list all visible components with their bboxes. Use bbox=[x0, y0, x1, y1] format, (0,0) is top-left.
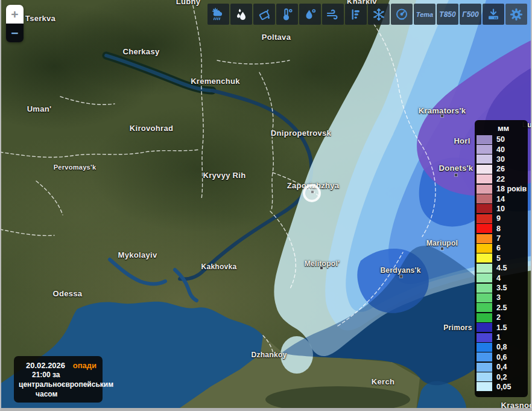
wind-speed-button[interactable] bbox=[345, 4, 367, 25]
gear-icon bbox=[509, 7, 524, 22]
legend-row: 2.5 bbox=[477, 303, 528, 313]
legend-value: 40 bbox=[496, 145, 505, 154]
legend-swatch bbox=[477, 313, 492, 322]
legend-swatch bbox=[477, 145, 492, 154]
legend-value: 8 bbox=[496, 225, 501, 233]
legend-swatch bbox=[477, 333, 492, 342]
legend-value: 22 bbox=[496, 175, 505, 183]
city-marker bbox=[400, 275, 402, 278]
legend-row: 10 bbox=[477, 204, 528, 214]
wind-barb-icon bbox=[349, 7, 363, 22]
theta-layer-button[interactable]: Тета bbox=[414, 4, 435, 25]
g500-layer-button[interactable]: Г500 bbox=[460, 4, 481, 25]
wind-icon bbox=[326, 7, 340, 22]
legend-value: 7 bbox=[496, 234, 501, 243]
legend-value: 5 bbox=[496, 254, 501, 263]
city-marker bbox=[320, 267, 323, 269]
legend-row: 3 bbox=[477, 293, 528, 302]
city-marker bbox=[455, 174, 457, 176]
wind-button[interactable] bbox=[322, 4, 344, 25]
legend-swatch bbox=[477, 135, 492, 144]
legend-row: 8 bbox=[477, 224, 528, 234]
download-button[interactable] bbox=[483, 4, 504, 25]
city-marker bbox=[441, 115, 443, 117]
layer-toolbar: Тета T850 Г500 bbox=[207, 4, 527, 25]
legend-swatch bbox=[477, 165, 492, 174]
snow-button[interactable] bbox=[368, 4, 390, 25]
legend-value: 6 bbox=[496, 244, 501, 252]
legend-swatch bbox=[477, 343, 492, 352]
legend-row: 6 bbox=[477, 243, 528, 253]
legend-value: 0,6 bbox=[496, 353, 507, 362]
precipitation-button[interactable] bbox=[230, 4, 252, 25]
legend-value: 4 bbox=[496, 274, 501, 282]
legend-row: 0,05 bbox=[477, 382, 528, 392]
timezone-line1: центральноєвропейським bbox=[19, 380, 99, 389]
legend-swatch bbox=[477, 214, 492, 223]
legend-row: 2 bbox=[477, 313, 528, 322]
precipitation-legend: мм 504030262218 років1410987654.543.532.… bbox=[475, 120, 528, 397]
legend-row: 0,6 bbox=[477, 352, 528, 362]
legend-row: 30 bbox=[477, 155, 528, 164]
rain-gauge-pour-icon bbox=[257, 7, 271, 22]
legend-value: 2 bbox=[496, 313, 501, 322]
timezone-line2: часом bbox=[36, 390, 99, 398]
legend-swatch bbox=[477, 244, 492, 253]
precipitation-amount-button[interactable] bbox=[253, 4, 275, 25]
legend-row: 18 років bbox=[477, 184, 528, 194]
legend-value: 26 bbox=[496, 165, 505, 173]
temperature-button[interactable] bbox=[276, 4, 298, 25]
droplets-icon bbox=[234, 7, 249, 22]
legend-value: 0,4 bbox=[496, 363, 507, 371]
legend-value: 18 років bbox=[496, 185, 527, 193]
pressure-gauge-icon bbox=[394, 7, 409, 22]
weather-overview-button[interactable] bbox=[207, 4, 229, 25]
zoom-in-button[interactable]: + bbox=[6, 5, 24, 24]
legend-swatch bbox=[477, 363, 492, 372]
legend-swatch bbox=[477, 204, 492, 213]
legend-row: 0,4 bbox=[477, 362, 528, 372]
legend-swatch bbox=[477, 293, 492, 302]
legend-swatch bbox=[477, 174, 492, 183]
legend-value: 10 bbox=[496, 205, 505, 213]
g500-label: Г500 bbox=[462, 10, 478, 19]
legend-swatch bbox=[477, 323, 492, 332]
legend-row: 1 bbox=[477, 333, 528, 342]
legend-value: 9 bbox=[496, 214, 501, 223]
selected-location-ring bbox=[303, 184, 321, 202]
download-icon bbox=[486, 7, 501, 22]
city-marker bbox=[441, 247, 443, 250]
legend-row: 9 bbox=[477, 214, 528, 223]
zoom-out-button[interactable]: − bbox=[6, 24, 24, 42]
legend-row: 40 bbox=[477, 144, 528, 154]
legend-row: 14 bbox=[477, 194, 528, 203]
legend-value: 3 bbox=[496, 293, 501, 302]
pressure-button[interactable] bbox=[391, 4, 413, 25]
legend-row: 0,2 bbox=[477, 372, 528, 381]
legend-value: 1.5 bbox=[496, 323, 507, 332]
droplet-degree-icon bbox=[303, 7, 317, 22]
t850-layer-button[interactable]: T850 bbox=[437, 4, 458, 25]
borders-layer bbox=[0, 0, 532, 411]
legend-row: 3.5 bbox=[477, 283, 528, 293]
legend-row: 4.5 bbox=[477, 263, 528, 273]
legend-row: 7 bbox=[477, 234, 528, 243]
legend-swatch bbox=[477, 284, 492, 293]
legend-swatch bbox=[477, 273, 492, 282]
legend-row: 0,8 bbox=[477, 342, 528, 352]
dew-point-button[interactable] bbox=[299, 4, 321, 25]
legend-swatch bbox=[477, 224, 492, 233]
weather-map-canvas[interactable]: LubnyKharkivTserkvaCherkasyPoltavaKremen… bbox=[0, 0, 532, 411]
legend-swatch bbox=[477, 372, 492, 381]
legend-value: 2.5 bbox=[496, 304, 507, 312]
sun-cloud-rain-icon bbox=[211, 7, 226, 22]
settings-button[interactable] bbox=[505, 4, 527, 25]
active-layer-label: опади bbox=[73, 361, 97, 370]
legend-swatch bbox=[477, 185, 492, 194]
forecast-time: 21:00 за bbox=[32, 371, 99, 379]
map-zoom-control: + − bbox=[6, 5, 24, 42]
legend-row: 4 bbox=[477, 273, 528, 282]
legend-swatch bbox=[477, 303, 492, 312]
theta-label: Тета bbox=[416, 11, 433, 18]
legend-swatch bbox=[477, 352, 492, 362]
